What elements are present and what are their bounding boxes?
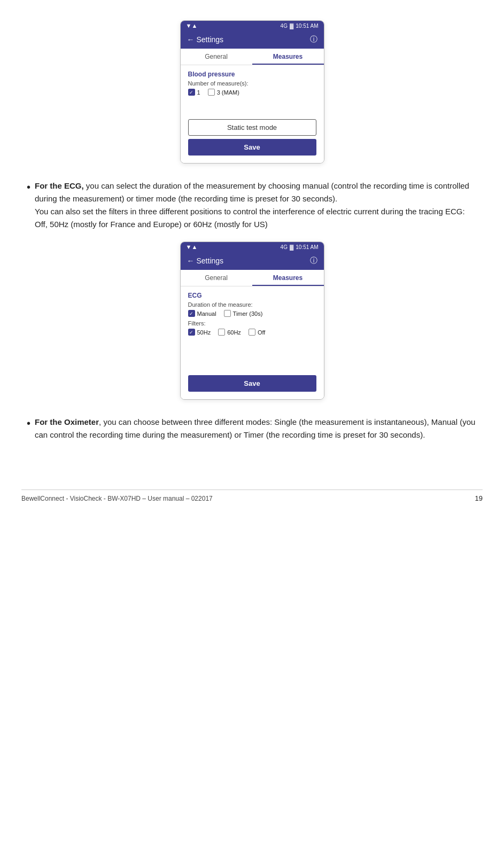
page-footer: BewellConnect - VisioCheck - BW-X07HD – … [21,489,483,504]
checkbox-60hz-label: 60Hz [227,329,241,336]
phone-body-2: ECG Duration of the measure: ✓ Manual Ti… [181,286,324,399]
checkbox-1[interactable]: ✓ 1 [188,89,200,96]
checkbox-3mam-icon [208,89,215,96]
static-test-mode-button[interactable]: Static test mode [188,119,316,136]
bullet-dot-oximeter: • [27,416,30,431]
header-title-1: Settings [197,35,224,44]
tab-measures-2[interactable]: Measures [252,270,324,286]
status-icons-1: 4G ▓ 10:51 AM [281,23,319,29]
phone-mockup-blood-pressure: ▼▲ 4G ▓ 10:51 AM ← Settings ⓘ General [180,20,324,164]
back-arrow-icon-1: ← [187,35,195,44]
checkbox-50hz-label: 50Hz [197,329,211,336]
signal-icon-2: ▼▲ [186,244,198,250]
checkbox-60hz-icon [218,329,225,336]
info-icon-1[interactable]: ⓘ [310,35,317,44]
oximeter-bullet-item: • For the Oximeter, you can choose betwe… [27,416,477,441]
checkbox-50hz-icon: ✓ [188,329,195,336]
phone-header-1: ← Settings ⓘ [181,30,324,49]
oximeter-bullet-text: For the Oximeter, you can choose between… [35,416,477,441]
tab-measures-1[interactable]: Measures [252,49,324,65]
duration-label: Duration of the measure: [188,301,316,308]
checkbox-1-icon: ✓ [188,89,195,96]
time-display-1: 10:51 AM [296,23,318,29]
time-display-2: 10:51 AM [296,244,318,250]
checkbox-manual-icon: ✓ [188,310,195,317]
section-title-blood-pressure: Blood pressure [188,71,316,78]
checkbox-manual-label: Manual [197,310,216,317]
ecg-bullet-item: • For the ECG, you can select the durati… [27,180,477,231]
checkbox-off[interactable]: Off [249,329,265,336]
save-button-2[interactable]: Save [188,375,316,392]
phone-header-2: ← Settings ⓘ [181,252,324,270]
mockup-1: ▼▲ 4G ▓ 10:51 AM ← Settings ⓘ General [21,20,483,164]
ecg-bullet-section: • For the ECG, you can select the durati… [21,180,483,231]
phone-mockup-ecg: ▼▲ 4G ▓ 10:51 AM ← Settings ⓘ General Me… [180,242,324,400]
number-of-measures-label: Number of measure(s): [188,80,316,87]
back-button-1[interactable]: ← Settings [187,35,224,44]
network-icon-2: 4G [281,244,288,250]
checkbox-50hz[interactable]: ✓ 50Hz [188,329,211,336]
checkbox-timer30[interactable]: Timer (30s) [224,310,263,317]
back-button-2[interactable]: ← Settings [187,257,224,265]
checkbox-3mam-label: 3 (MAM) [217,89,239,96]
filter-checkbox-row: ✓ 50Hz 60Hz Off [188,329,316,336]
ecg-bullet-text: For the ECG, you can select the duration… [35,180,477,231]
save-button-1[interactable]: Save [188,139,316,156]
info-icon-2[interactable]: ⓘ [310,256,317,266]
phone-body-1: Blood pressure Number of measure(s): ✓ 1… [181,65,324,163]
checkbox-timer30-icon [224,310,231,317]
page-number: 19 [475,494,483,502]
battery-icon: ▓ [290,23,293,29]
checkbox-off-label: Off [258,329,265,336]
checkbox-60hz[interactable]: 60Hz [218,329,241,336]
section-title-ecg: ECG [188,292,316,299]
battery-icon-2: ▓ [290,244,293,250]
status-bar-1: ▼▲ 4G ▓ 10:51 AM [181,21,324,30]
ecg-bold-label: For the ECG, [35,181,84,190]
filters-label: Filters: [188,320,316,327]
status-bar-2: ▼▲ 4G ▓ 10:51 AM [181,242,324,252]
mockup-2: ▼▲ 4G ▓ 10:51 AM ← Settings ⓘ General Me… [21,242,483,400]
tab-general-1[interactable]: General [181,49,252,65]
oximeter-body-text: , you can choose between three different… [35,417,475,439]
bullet-dot-ecg: • [27,180,30,195]
back-arrow-icon-2: ← [187,257,195,265]
measures-checkbox-row: ✓ 1 3 (MAM) [188,89,316,96]
checkbox-1-label: 1 [197,89,200,96]
checkbox-timer30-label: Timer (30s) [233,310,263,317]
signal-icon: ▼▲ [186,22,198,29]
checkbox-off-icon [249,329,255,336]
status-icons-2: 4G ▓ 10:51 AM [281,244,319,250]
checkbox-manual[interactable]: ✓ Manual [188,310,216,317]
checkbox-3mam[interactable]: 3 (MAM) [208,89,239,96]
tab-bar-1: General Measures [181,49,324,65]
oximeter-bullet-section: • For the Oximeter, you can choose betwe… [21,416,483,441]
footer-text: BewellConnect - VisioCheck - BW-X07HD – … [21,495,213,502]
ecg-body-text: you can select the duration of the measu… [35,181,469,229]
tab-general-2[interactable]: General [181,270,252,286]
duration-checkbox-row: ✓ Manual Timer (30s) [188,310,316,317]
oximeter-bold-label: For the Oximeter [35,417,99,426]
header-title-2: Settings [197,257,224,265]
tab-bar-2: General Measures [181,270,324,286]
network-icon: 4G [281,23,288,29]
